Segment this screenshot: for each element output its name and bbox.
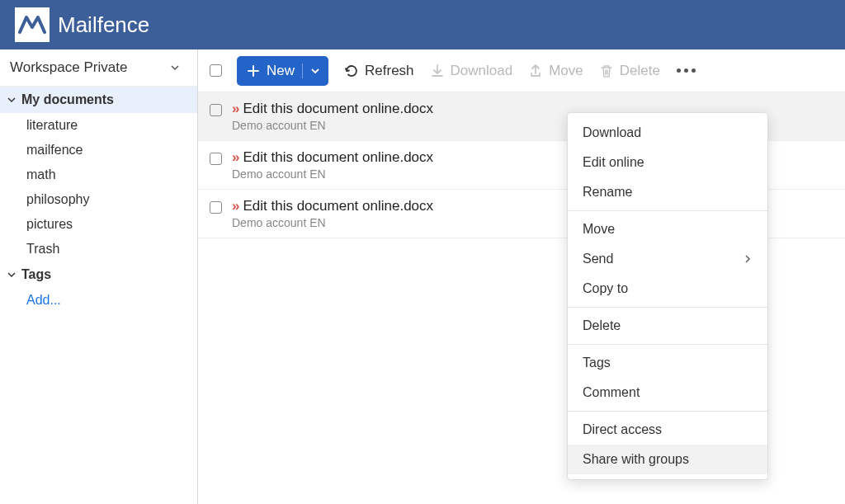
file-checkbox[interactable] — [210, 201, 222, 214]
ellipsis-icon — [677, 68, 696, 73]
file-marker-icon: » — [232, 198, 239, 214]
context-menu-item-label: Comment — [583, 385, 640, 400]
sidebar-item-label: Add... — [26, 293, 61, 307]
context-menu: DownloadEdit onlineRenameMoveSendCopy to… — [567, 112, 768, 480]
chevron-right-icon — [743, 254, 753, 264]
brand: Mailfence — [15, 7, 149, 42]
delete-button: Delete — [598, 63, 660, 79]
sidebar-item-label: My documents — [21, 92, 114, 107]
download-button: Download — [429, 63, 513, 79]
sidebar-folder[interactable]: philosophy — [0, 187, 197, 212]
file-meta: »Edit this document online.docxDemo acco… — [232, 149, 433, 181]
menu-separator — [568, 307, 767, 308]
refresh-icon — [343, 63, 360, 79]
chevron-down-icon — [169, 62, 181, 73]
context-menu-item[interactable]: Move — [568, 214, 767, 244]
file-name: »Edit this document online.docx — [232, 198, 433, 214]
context-menu-item-label: Move — [583, 222, 615, 237]
chevron-down-icon — [310, 66, 320, 76]
context-menu-item-label: Download — [583, 125, 641, 140]
chevron-down-icon — [7, 95, 18, 105]
sidebar-item-label: literature — [26, 118, 78, 132]
menu-separator — [568, 344, 767, 345]
context-menu-item-label: Tags — [583, 356, 611, 370]
toolbar-label: Refresh — [365, 63, 414, 79]
context-menu-item[interactable]: Direct access — [568, 415, 767, 445]
brand-name: Mailfence — [58, 12, 149, 38]
sidebar-folder[interactable]: Trash — [0, 237, 197, 261]
context-menu-item-label: Edit online — [583, 155, 644, 170]
file-subtitle: Demo account EN — [232, 119, 433, 132]
new-button[interactable]: New — [237, 56, 328, 86]
content: New Refresh Download Move Delete — [198, 49, 845, 504]
chevron-down-icon — [7, 270, 18, 280]
sidebar-folder[interactable]: mailfence — [0, 138, 197, 163]
app-header: Mailfence — [0, 0, 845, 49]
sidebar-item-label: math — [26, 167, 56, 181]
move-button: Move — [527, 63, 583, 79]
sidebar-item-label: mailfence — [26, 143, 83, 157]
workspace-selector[interactable]: Workspace Private — [0, 49, 197, 87]
sidebar-item-tags[interactable]: Tags — [0, 261, 197, 288]
file-marker-icon: » — [232, 101, 239, 116]
plus-icon — [247, 64, 260, 78]
download-icon — [429, 63, 446, 79]
brand-logo — [15, 7, 50, 42]
brand-logo-icon — [18, 11, 46, 39]
context-menu-item[interactable]: Delete — [568, 311, 767, 341]
file-marker-icon: » — [232, 149, 239, 165]
context-menu-item-label: Rename — [583, 185, 632, 200]
sidebar-item-my-documents[interactable]: My documents — [0, 87, 197, 113]
sidebar-folder[interactable]: pictures — [0, 212, 197, 237]
file-subtitle: Demo account EN — [232, 167, 433, 181]
menu-separator — [568, 210, 767, 211]
context-menu-item-label: Direct access — [583, 422, 662, 437]
file-name: »Edit this document online.docx — [232, 101, 433, 117]
file-subtitle: Demo account EN — [232, 216, 433, 229]
context-menu-item[interactable]: Rename — [568, 177, 767, 207]
toolbar-label: Move — [549, 63, 583, 79]
sidebar-item-label: pictures — [26, 217, 73, 231]
file-checkbox[interactable] — [210, 104, 222, 116]
select-all-checkbox[interactable] — [210, 64, 222, 77]
context-menu-item[interactable]: Copy to — [568, 274, 767, 304]
file-name: »Edit this document online.docx — [232, 149, 433, 166]
context-menu-item[interactable]: Send — [568, 244, 767, 274]
sidebar-folder[interactable]: literature — [0, 113, 197, 138]
workspace-label: Workspace Private — [10, 59, 127, 76]
sidebar-item-label: Tags — [21, 267, 51, 282]
context-menu-item[interactable]: Download — [568, 118, 767, 148]
context-menu-item-label: Copy to — [583, 281, 628, 296]
refresh-button[interactable]: Refresh — [343, 63, 414, 79]
sidebar-tag-add[interactable]: Add... — [0, 288, 197, 313]
new-button-label: New — [267, 63, 295, 79]
sidebar: Workspace Private My documents literatur… — [0, 49, 198, 504]
toolbar-label: Delete — [620, 63, 660, 79]
context-menu-item[interactable]: Share with groups — [568, 445, 767, 474]
context-menu-item[interactable]: Tags — [568, 348, 767, 378]
more-button[interactable] — [677, 68, 696, 73]
trash-icon — [598, 63, 615, 79]
menu-separator — [568, 411, 767, 412]
file-meta: »Edit this document online.docxDemo acco… — [232, 198, 433, 229]
main: Workspace Private My documents literatur… — [0, 49, 845, 504]
toolbar-label: Download — [451, 63, 513, 79]
context-menu-item-label: Share with groups — [583, 452, 689, 467]
context-menu-item-label: Delete — [583, 318, 621, 333]
context-menu-item-label: Send — [583, 252, 613, 266]
toolbar: New Refresh Download Move Delete — [198, 49, 845, 92]
sidebar-folder[interactable]: math — [0, 163, 197, 187]
context-menu-item[interactable]: Comment — [568, 378, 767, 407]
file-checkbox[interactable] — [210, 153, 222, 165]
file-meta: »Edit this document online.docxDemo acco… — [232, 101, 433, 132]
sidebar-item-label: philosophy — [26, 192, 90, 206]
move-icon — [527, 63, 544, 79]
context-menu-item[interactable]: Edit online — [568, 148, 767, 177]
sidebar-item-label: Trash — [26, 242, 59, 256]
